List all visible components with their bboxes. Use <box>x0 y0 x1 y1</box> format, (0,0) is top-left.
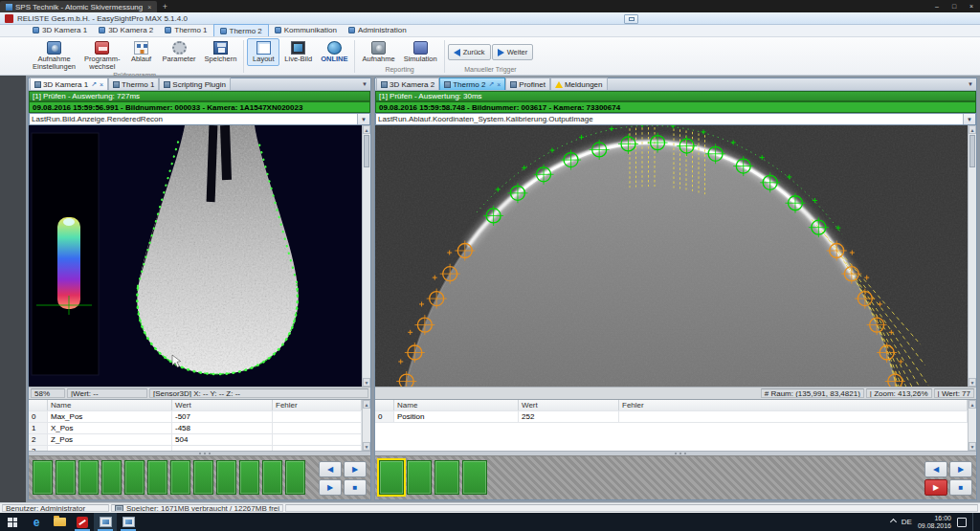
close-icon[interactable]: × <box>497 81 501 88</box>
minimize-button[interactable]: – <box>928 0 946 12</box>
result-tile[interactable] <box>33 460 53 495</box>
column-header[interactable] <box>375 400 394 410</box>
layout-button[interactable]: Layout <box>247 38 279 66</box>
column-header[interactable]: Name <box>48 400 172 410</box>
run-button[interactable]: ▶ <box>924 479 947 496</box>
close-button[interactable]: × <box>963 0 980 12</box>
parameter-button[interactable]: Parameter <box>159 38 200 72</box>
taskbar-item-easysight[interactable] <box>94 513 117 531</box>
scan-image-viewport[interactable]: ▲ ▼ <box>29 125 370 387</box>
table-scrollbar[interactable]: ▲ ▼ <box>968 400 976 451</box>
clock[interactable]: 16:00 09.08.2016 <box>918 515 951 530</box>
ribbon-tab-administration[interactable]: Administration <box>343 24 412 36</box>
chevron-down-icon[interactable]: ▼ <box>357 114 369 124</box>
speichern-button[interactable]: Speichern <box>201 38 241 72</box>
result-tile[interactable] <box>379 460 404 495</box>
maximize-button[interactable]: □ <box>946 0 963 12</box>
panel-tab-thermo-1[interactable]: Thermo 1 <box>108 77 159 90</box>
result-tile[interactable] <box>170 460 190 495</box>
popout-icon[interactable]: ↗ <box>91 80 97 88</box>
panel-tab-thermo-2[interactable]: Thermo 2↗× <box>439 77 505 90</box>
scroll-thumb[interactable] <box>364 135 369 167</box>
panel-tab-profinet[interactable]: Profinet <box>505 77 550 90</box>
prev-image-button[interactable]: ◀ <box>924 461 947 477</box>
online-button[interactable]: ONLINE <box>317 38 351 66</box>
column-header[interactable] <box>29 400 48 410</box>
next-image-button[interactable]: ▶ <box>344 461 367 477</box>
tab-close-icon[interactable]: × <box>147 4 151 11</box>
scroll-thumb[interactable] <box>969 135 975 167</box>
aufnahme-button[interactable]: Aufnahme <box>358 38 398 66</box>
result-tile[interactable] <box>462 460 487 495</box>
scroll-up-icon[interactable]: ▲ <box>969 400 976 409</box>
panel-tab-3d-kamera-2[interactable]: 3D Kamera 2 <box>376 77 439 90</box>
panel-tab-3d-kamera-1[interactable]: 3D Kamera 1↗× <box>30 77 108 90</box>
table-row[interactable]: 0Max_Pos-507 <box>29 411 362 423</box>
tab-list-dropdown[interactable]: ▼ <box>359 81 370 87</box>
vertical-scrollbar[interactable]: ▲ ▼ <box>968 125 976 387</box>
ribbon-tab-3d-kamera-2[interactable]: 3D Kamera 2 <box>93 24 159 36</box>
scroll-up-icon[interactable]: ▲ <box>363 125 370 134</box>
simulation-button[interactable]: Simulation <box>400 38 441 66</box>
taskbar-item-explorer[interactable] <box>48 513 71 531</box>
start-button[interactable] <box>0 513 25 531</box>
table-row[interactable]: 2Z_Pos504 <box>29 434 362 446</box>
chevron-down-icon[interactable]: ▼ <box>963 114 975 124</box>
ribbon-tab-thermo-2[interactable]: Thermo 2 <box>213 24 269 36</box>
result-tile[interactable] <box>216 460 236 495</box>
tray-expand-icon[interactable] <box>890 519 897 525</box>
table-row[interactable]: 3 <box>29 446 362 451</box>
next-image-button[interactable]: ▶ <box>949 461 972 477</box>
scroll-down-icon[interactable]: ▼ <box>969 378 976 387</box>
result-tile[interactable] <box>239 460 259 495</box>
result-tile[interactable] <box>124 460 145 495</box>
result-tile[interactable] <box>262 460 282 495</box>
ribbon-tab-kommunikation[interactable]: Kommunikation <box>269 24 343 36</box>
taskbar-item-browser[interactable]: e <box>25 513 48 531</box>
play-button[interactable]: ▶ <box>319 479 342 496</box>
taskbar-item-reliste[interactable] <box>71 513 94 531</box>
new-tab-button[interactable]: + <box>157 1 172 12</box>
zurueck-button[interactable]: Zurück <box>448 44 491 60</box>
prev-image-button[interactable]: ◀ <box>319 461 342 477</box>
result-tile[interactable] <box>147 460 167 495</box>
column-header[interactable]: Fehler <box>619 400 968 410</box>
result-tile[interactable] <box>285 460 305 495</box>
stop-button[interactable]: ■ <box>949 479 972 496</box>
close-icon[interactable]: × <box>100 81 103 88</box>
column-header[interactable]: Fehler <box>273 400 362 410</box>
tab-list-dropdown[interactable]: ▼ <box>965 81 976 87</box>
result-tile[interactable] <box>78 460 99 495</box>
result-tile[interactable] <box>407 460 432 495</box>
table-row[interactable]: 1X_Pos-458 <box>29 423 362 434</box>
column-header[interactable]: Name <box>394 400 519 410</box>
scroll-up-icon[interactable]: ▲ <box>363 400 370 409</box>
live-bild-button[interactable]: Live-Bild <box>280 38 316 66</box>
thermal-image-viewport[interactable]: ▲ ▼ <box>375 125 976 387</box>
column-header[interactable]: Wert <box>172 400 273 410</box>
scroll-up-icon[interactable]: ▲ <box>969 125 976 134</box>
taskbar-item-app[interactable] <box>117 513 140 531</box>
stop-button[interactable]: ■ <box>344 479 367 496</box>
column-header[interactable]: Wert <box>519 400 619 410</box>
show-desktop-button[interactable] <box>972 513 975 531</box>
result-tile[interactable] <box>56 460 76 495</box>
popout-icon[interactable]: ↗ <box>488 80 494 88</box>
table-row[interactable]: 0Position252 <box>375 411 968 423</box>
scroll-down-icon[interactable]: ▼ <box>363 442 370 451</box>
ribbon-tab-thermo-1[interactable]: Thermo 1 <box>159 24 212 36</box>
programmwechsel-button[interactable]: Programm-wechsel <box>80 38 124 72</box>
language-indicator[interactable]: DE <box>902 518 912 526</box>
ablauf-button[interactable]: Ablauf <box>125 38 158 72</box>
shell-tab[interactable]: SPS Technik - Atomic Skivermessung × <box>0 1 157 12</box>
image-source-dropdown[interactable]: LastRun.Bild.Anzeige.RenderedRecon ▼ <box>29 113 370 125</box>
table-scrollbar[interactable]: ▲ ▼ <box>362 400 370 451</box>
panel-tab-meldungen[interactable]: Meldungen <box>550 77 608 90</box>
panel-tab-scripting-plugin[interactable]: Scripting Plugin <box>159 77 231 90</box>
image-source-dropdown[interactable]: LastRun.Ablauf.Koordinaten_System.Kalibr… <box>375 113 976 125</box>
result-tile[interactable] <box>434 460 459 495</box>
result-tile[interactable] <box>101 460 122 495</box>
weiter-button[interactable]: Weiter <box>492 44 534 60</box>
result-tile[interactable] <box>193 460 213 495</box>
scroll-down-icon[interactable]: ▼ <box>363 378 370 387</box>
